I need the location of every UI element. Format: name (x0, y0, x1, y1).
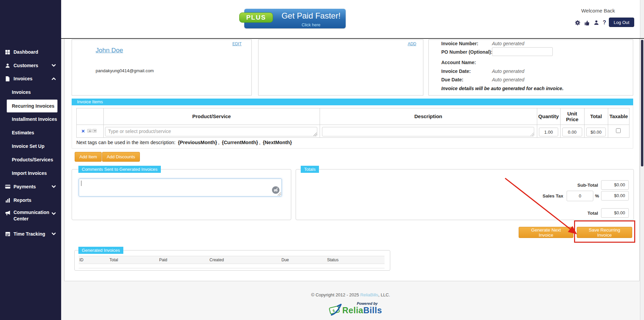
sidebar-item-label: Invoices (12, 89, 31, 95)
sidebar-item-payments[interactable]: Payments (0, 180, 61, 193)
sidebar-item-label: Products/Services (12, 157, 53, 162)
col-header-paid: Paid (159, 258, 167, 262)
sidebar-item-customers[interactable]: Customers (0, 59, 61, 72)
banner-headline: Get Paid Faster! (278, 11, 344, 21)
logo-relia: Relia (342, 305, 363, 315)
sidebar-item-dashboard[interactable]: Dashboard (0, 45, 61, 59)
col-header-due: Due (281, 258, 289, 262)
chevron-down-icon (52, 212, 56, 215)
banner-click-here-link[interactable]: Click here (278, 23, 344, 27)
delete-row-icon[interactable]: × (81, 128, 85, 134)
edit-customer-link[interactable]: EDIT (232, 42, 242, 46)
sidebar-subitem-estimates[interactable]: Estimates (0, 126, 61, 139)
resize-grip[interactable] (278, 192, 281, 196)
sidebar-item-label: Estimates (12, 130, 34, 135)
chevron-down-icon (52, 233, 56, 236)
column-divider (608, 108, 608, 137)
taxable-checkbox[interactable] (616, 128, 621, 133)
add-recipient-link[interactable]: ADD (408, 42, 416, 46)
reliabills-link[interactable]: ReliaBills (360, 292, 378, 297)
help-icon[interactable]: ? (603, 20, 606, 26)
calendar-icon (5, 232, 10, 236)
quantity-input[interactable] (539, 128, 558, 136)
gear-icon[interactable] (575, 20, 580, 26)
sidebar: Dashboard Customers Invoices Invoices Re… (0, 0, 61, 320)
sidebar-subitem-invoices[interactable]: Invoices (0, 85, 61, 99)
generated-invoices-header-row: ID Total Paid Created Due Status (79, 256, 385, 264)
scrollbar-thumb[interactable] (641, 40, 643, 166)
sidebar-item-invoices[interactable]: Invoices (0, 72, 61, 85)
vertical-scrollbar[interactable] (640, 0, 644, 320)
generated-invoices-legend: Generated Invoices (78, 247, 123, 254)
column-divider (103, 108, 104, 137)
person-icon[interactable] (594, 20, 599, 25)
thumbs-up-icon[interactable] (584, 20, 590, 26)
sidebar-item-label: Reports (14, 197, 31, 203)
po-number-input[interactable] (492, 47, 553, 56)
product-service-input[interactable] (105, 127, 317, 136)
copyright-prefix: © Copyright 2012 - 2025 (311, 292, 360, 297)
sidebar-item-reports[interactable]: Reports (0, 193, 61, 207)
chevron-down-icon (52, 64, 56, 67)
dashboard-icon (5, 50, 10, 55)
file-icon (5, 76, 10, 81)
tag-separator: , (218, 140, 219, 145)
sidebar-item-label: Dashboard (14, 49, 38, 55)
sidebar-item-communication-center[interactable]: Communication Center (0, 207, 61, 226)
generate-next-invoice-button[interactable]: Generate Next Invoice (519, 227, 573, 238)
sidebar-subitem-invoice-set-up[interactable]: Invoice Set Up (0, 139, 61, 153)
log-out-button[interactable]: Log Out (609, 18, 634, 27)
tags-help-prefix: Next tags can be used in the item descri… (76, 140, 175, 145)
sales-tax-label: Sales Tax (499, 193, 563, 198)
col-header-id: ID (79, 258, 83, 262)
chevron-down-icon (52, 185, 56, 188)
unit-price-input[interactable] (562, 128, 582, 136)
description-input[interactable] (322, 127, 534, 136)
tag-previous-month: {PreviousMonth} (178, 140, 217, 145)
sidebar-item-label: Payments (14, 184, 36, 189)
sidebar-subitem-recurring-invoices[interactable]: Recurring Invoices (7, 100, 57, 112)
sidebar-subitem-installment-invoices[interactable]: Installment Invoices (0, 112, 61, 126)
header-divider (61, 38, 644, 39)
logo-bills: Bills (363, 305, 382, 315)
sidebar-subitem-products-services[interactable]: Products/Services (0, 153, 61, 166)
invoice-date-label: Invoice Date: (441, 69, 471, 74)
total-label: Total (532, 211, 598, 216)
account-name-label: Account Name: (441, 60, 476, 65)
line-total-input[interactable] (586, 128, 606, 136)
totals-legend: Totals (301, 166, 319, 173)
chevron-up-icon (52, 77, 56, 80)
move-row-up-icon[interactable] (87, 129, 92, 133)
customer-name-link[interactable]: John Doe (96, 47, 123, 54)
annotation-highlight-box (574, 220, 635, 243)
megaphone-icon (5, 211, 10, 215)
sidebar-item-time-tracking[interactable]: Time Tracking (0, 227, 61, 241)
copyright-suffix: , LLC. (378, 292, 390, 297)
comments-legend: Comments Sent to Generated Invoices (78, 166, 161, 173)
tag-separator: , (259, 140, 261, 145)
sub-total-label: Sub-Total (532, 183, 598, 188)
auto-generate-note: Invoice details will be auto generated f… (441, 86, 564, 91)
header-row-divider (77, 125, 629, 125)
comments-textarea[interactable] (79, 179, 282, 196)
customer-card: EDIT John Doe pandakyung0414@gmail.com (72, 39, 252, 96)
due-date-value: Auto generated (492, 77, 524, 82)
tag-current-month: {CurrentMonth} (222, 140, 258, 145)
promo-banner[interactable]: PLUS Get Paid Faster! Click here (244, 9, 346, 28)
sales-tax-rate-input[interactable] (567, 191, 593, 201)
resize-grip[interactable] (314, 133, 317, 136)
sidebar-subitem-import-invoices[interactable]: Import Invoices (0, 166, 61, 180)
add-item-button[interactable]: Add Item (75, 152, 102, 162)
add-discounts-button[interactable]: Add Discounts (102, 152, 140, 162)
col-header-product: Product/Service (103, 113, 320, 119)
invoice-details-card: Invoice Number: Auto generated PO Number… (428, 39, 633, 96)
invoice-number-label: Invoice Number: (441, 41, 478, 46)
tag-next-month: {NextMonth} (263, 140, 292, 145)
percent-sign: % (595, 193, 599, 198)
sidebar-item-label: Recurring Invoices (12, 103, 54, 109)
due-date-label: Due Date: (441, 77, 463, 82)
bar-chart-icon (5, 198, 10, 203)
resize-grip[interactable] (530, 133, 534, 136)
column-divider (537, 108, 537, 137)
move-row-down-icon[interactable] (92, 129, 97, 133)
